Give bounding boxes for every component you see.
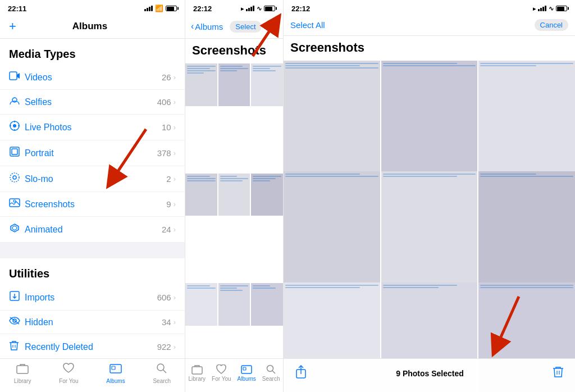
tab-library-p1[interactable]: Library: [14, 363, 31, 384]
add-album-button[interactable]: +: [9, 20, 16, 33]
status-icons-p2: ▸ ∿: [241, 5, 275, 12]
album-item-recently-deleted[interactable]: Recently Deleted 922 ›: [0, 334, 185, 360]
albums-header: + Albums: [0, 16, 185, 39]
more-button-p2[interactable]: ···: [265, 19, 278, 34]
screenshots-chevron: ›: [174, 200, 176, 208]
videos-count: 26: [162, 72, 171, 82]
back-label-p2: Albums: [195, 22, 223, 31]
select-button-p2[interactable]: Select: [230, 21, 261, 33]
slomo-chevron: ›: [174, 175, 176, 183]
photo-thumb-6[interactable]: [251, 174, 283, 216]
tab-search-p1[interactable]: Search: [153, 363, 171, 384]
imports-count: 606: [157, 293, 171, 302]
imports-chevron: ›: [174, 293, 176, 302]
videos-icon: [9, 71, 25, 84]
hidden-count: 34: [162, 317, 171, 327]
select-thumb-5[interactable]: ✓: [381, 171, 478, 300]
photo-thumb-9[interactable]: [251, 283, 283, 326]
tab-albums-p2[interactable]: Albums: [237, 364, 255, 382]
album-item-animated[interactable]: Animated 24 ›: [0, 217, 185, 243]
svg-point-24: [157, 364, 164, 371]
selfies-count: 406: [157, 97, 171, 107]
time-p2: 22:12: [193, 4, 212, 13]
search-icon-p2: [266, 364, 276, 375]
hidden-label: Hidden: [25, 317, 162, 327]
albums-tab-label: Albums: [106, 378, 125, 384]
recently-deleted-chevron: ›: [174, 343, 176, 351]
tab-bar-p1: Library For You Albums: [0, 358, 185, 392]
select-thumb-3[interactable]: ✓: [478, 61, 575, 189]
albums-scroll: Media Types Videos 26 ›: [0, 39, 185, 392]
animated-count: 24: [162, 225, 171, 234]
svg-rect-29: [243, 367, 246, 370]
search-tab-icon: [156, 363, 167, 377]
dots-icon: ···: [267, 22, 275, 31]
album-item-screenshots[interactable]: Screenshots 9 ›: [0, 192, 185, 217]
select-all-button[interactable]: Select All: [290, 20, 325, 30]
select-thumb-2[interactable]: ✓: [381, 61, 478, 189]
foryou-tab-label-p2: For You: [212, 376, 231, 382]
album-item-selfies[interactable]: Selfies 406 ›: [0, 90, 185, 115]
cancel-button[interactable]: Cancel: [535, 19, 568, 31]
photo-thumb-4[interactable]: [185, 174, 217, 216]
location-icon-p3: ▸: [533, 6, 536, 12]
album-item-portrait[interactable]: Portrait 378 ›: [0, 140, 185, 166]
album-item-livephotos[interactable]: Live Photos 10 ›: [0, 115, 185, 140]
photo-thumb-1[interactable]: [185, 63, 217, 106]
back-button-p2[interactable]: ‹ Albums: [191, 21, 223, 31]
tab-foryou-p1[interactable]: For You: [59, 363, 78, 384]
albums-tab-label-p2: Albums: [237, 376, 255, 382]
screenshots-title-p3: Screenshots: [284, 36, 575, 61]
status-bar-p3: 22:12 ▸ ∿: [284, 0, 575, 16]
back-arrow-icon: ‹: [191, 21, 194, 31]
select-thumb-4[interactable]: ✓: [284, 171, 380, 300]
photo-thumb-2[interactable]: [218, 63, 250, 106]
album-item-imports[interactable]: Imports 606 ›: [0, 285, 185, 311]
photo-grid-p2: [185, 63, 283, 392]
media-types-header: Media Types: [0, 39, 185, 65]
screenshots-select-panel: 22:12 ▸ ∿ Select All Cancel Screensh: [284, 0, 575, 392]
utilities-header: Utilities: [0, 258, 185, 285]
screenshots-count: 9: [166, 199, 171, 209]
tab-search-p2[interactable]: Search: [262, 364, 280, 382]
livephotos-label: Live Photos: [25, 122, 162, 133]
screenshots-browse-panel: 22:12 ▸ ∿ ‹ Albums S: [185, 0, 284, 392]
section-divider: [0, 243, 185, 258]
signal-icon-p2: [246, 6, 254, 11]
nav-bar-p3: Select All Cancel: [284, 16, 575, 36]
photo-thumb-5[interactable]: [218, 174, 250, 216]
svg-marker-15: [12, 226, 17, 230]
tab-albums-p1[interactable]: Albums: [106, 363, 125, 384]
svg-line-31: [272, 371, 275, 373]
photo-thumb-8[interactable]: [218, 283, 250, 326]
share-button[interactable]: [295, 365, 307, 381]
photo-thumb-3[interactable]: [251, 63, 283, 106]
portrait-icon: [9, 146, 25, 160]
search-tab-label-p2: Search: [262, 376, 280, 382]
livephotos-chevron: ›: [174, 123, 176, 131]
status-icons-p3: ▸ ∿: [533, 5, 567, 12]
tab-library-p2[interactable]: Library: [188, 364, 206, 382]
recently-deleted-count: 922: [157, 342, 171, 352]
tab-foryou-p2[interactable]: For You: [212, 364, 231, 382]
album-item-hidden[interactable]: Hidden 34 ›: [0, 311, 185, 334]
svg-point-3: [13, 124, 16, 127]
status-icons-p1: 📶: [144, 4, 177, 12]
photo-thumb-7[interactable]: [185, 283, 217, 326]
albums-icon-p2: [241, 364, 252, 375]
recently-deleted-label: Recently Deleted: [25, 342, 157, 352]
imports-icon: [9, 290, 25, 304]
slomo-icon: [9, 172, 25, 186]
trash-button[interactable]: [553, 366, 564, 381]
album-item-videos[interactable]: Videos 26 ›: [0, 65, 185, 90]
slomo-count: 2: [166, 174, 171, 184]
select-thumb-6[interactable]: ✓: [478, 171, 575, 300]
svg-line-25: [163, 370, 167, 373]
select-thumb-1[interactable]: [284, 61, 380, 189]
location-icon-p2: ▸: [241, 6, 244, 12]
album-item-slomo[interactable]: Slo-mo 2 ›: [0, 166, 185, 192]
svg-marker-14: [11, 224, 19, 232]
photo-grid-p3: ✓ ✓ ✓ ✓ ✓ ✓: [284, 61, 575, 392]
svg-rect-23: [112, 366, 115, 370]
battery-icon-p2: [264, 6, 275, 11]
